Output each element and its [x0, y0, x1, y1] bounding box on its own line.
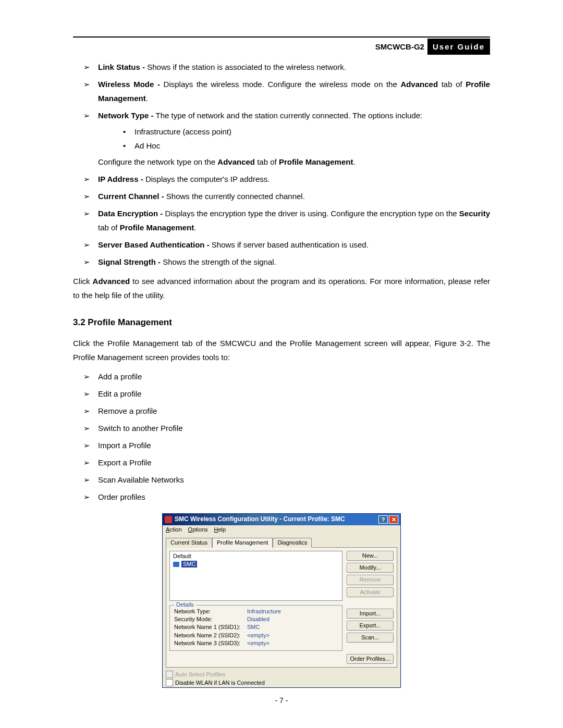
remove-button[interactable]: Remove	[347, 575, 394, 585]
import-button[interactable]: Import...	[347, 609, 394, 619]
list-item: Link Status - Shows if the station is as…	[83, 60, 490, 74]
section-heading: 3.2 Profile Management	[73, 315, 490, 331]
list-item: Export a Profile	[83, 455, 490, 470]
button-column: New... Modify... Remove Activate Import.…	[347, 551, 394, 664]
tabstrip: Current Status Profile Management Diagno…	[163, 534, 400, 547]
profile-icon	[173, 562, 179, 567]
scan-button[interactable]: Scan...	[347, 633, 394, 643]
close-button[interactable]: ✕	[389, 515, 398, 524]
header-model: SMCWCB-G2	[372, 39, 427, 55]
details-legend: Details	[174, 601, 196, 608]
list-item: Import a Profile	[83, 438, 490, 452]
activate-button[interactable]: Activate	[347, 587, 394, 597]
tab-profile-management[interactable]: Profile Management	[212, 538, 273, 548]
list-item: Data Encryption - Displays the encryptio…	[83, 206, 490, 235]
list-item: Current Channel - Shows the currently co…	[83, 189, 490, 203]
menu-action[interactable]: Action	[166, 526, 182, 533]
menubar: Action Options Help	[163, 525, 400, 534]
profile-item[interactable]: Default	[173, 553, 339, 561]
list-item: Switch to another Profile	[83, 421, 490, 435]
details-group: Details Network Type:Infrastructure Secu…	[169, 605, 342, 651]
export-button[interactable]: Export...	[347, 621, 394, 631]
page-header: SMCWCB-G2 User Guide	[73, 39, 490, 55]
tab-current-status[interactable]: Current Status	[166, 538, 212, 548]
app-icon	[165, 516, 172, 523]
profile-label: SMC	[181, 561, 197, 567]
profile-item[interactable]: SMC	[173, 561, 339, 569]
list-item: Scan Available Networks	[83, 473, 490, 487]
modify-button[interactable]: Modify...	[347, 563, 394, 573]
window-title: SMC Wireless Configuration Utility - Cur…	[175, 515, 345, 523]
feature-list: Link Status - Shows if the station is as…	[73, 60, 490, 269]
list-item: Signal Strength - Shows the strength of …	[83, 255, 490, 269]
list-item: IP Address - Displays the computer's IP …	[83, 172, 490, 186]
sub-list-item: Ad Hoc	[123, 139, 490, 153]
list-item: Add a profile	[83, 369, 490, 384]
paragraph: Click Advanced to see advanced informati…	[73, 274, 490, 302]
help-button[interactable]: ?	[378, 515, 388, 524]
checkbox-icon[interactable]	[166, 679, 173, 686]
new-button[interactable]: New...	[347, 551, 394, 561]
list-item: Wireless Mode - Displays the wireless mo…	[83, 77, 490, 105]
checkbox-icon[interactable]	[166, 671, 173, 678]
list-item: Remove a profile	[83, 404, 490, 418]
menu-options[interactable]: Options	[188, 526, 208, 533]
profile-label: Default	[173, 553, 191, 560]
tools-list: Add a profile Edit a profile Remove a pr…	[73, 369, 490, 504]
titlebar: SMC Wireless Configuration Utility - Cur…	[163, 514, 400, 525]
page-number: - 7 -	[73, 694, 490, 707]
paragraph: Click the Profile Management tab of the …	[73, 336, 490, 364]
list-item: Edit a profile	[83, 387, 490, 401]
list-item: Order profiles	[83, 490, 490, 504]
header-guide: User Guide	[427, 39, 490, 55]
tab-diagnostics[interactable]: Diagnostics	[273, 538, 312, 548]
list-item: Server Based Authentication - Shows if s…	[83, 238, 490, 252]
profile-list[interactable]: Default SMC	[169, 551, 342, 601]
tab-body: Default SMC Details Network Type:Infrast…	[166, 547, 397, 668]
config-utility-window: SMC Wireless Configuration Utility - Cur…	[162, 513, 401, 688]
disable-wlan-checkbox-row[interactable]: Disable WLAN if LAN is Connected	[166, 679, 397, 686]
order-profiles-button[interactable]: Order Profiles...	[347, 654, 394, 664]
menu-help[interactable]: Help	[214, 526, 226, 533]
auto-select-checkbox-row[interactable]: Auto Select Profiles	[166, 671, 397, 678]
list-item: Network Type - The type of network and t…	[83, 108, 490, 169]
sub-list-item: Infrastructure (access point)	[123, 125, 490, 139]
